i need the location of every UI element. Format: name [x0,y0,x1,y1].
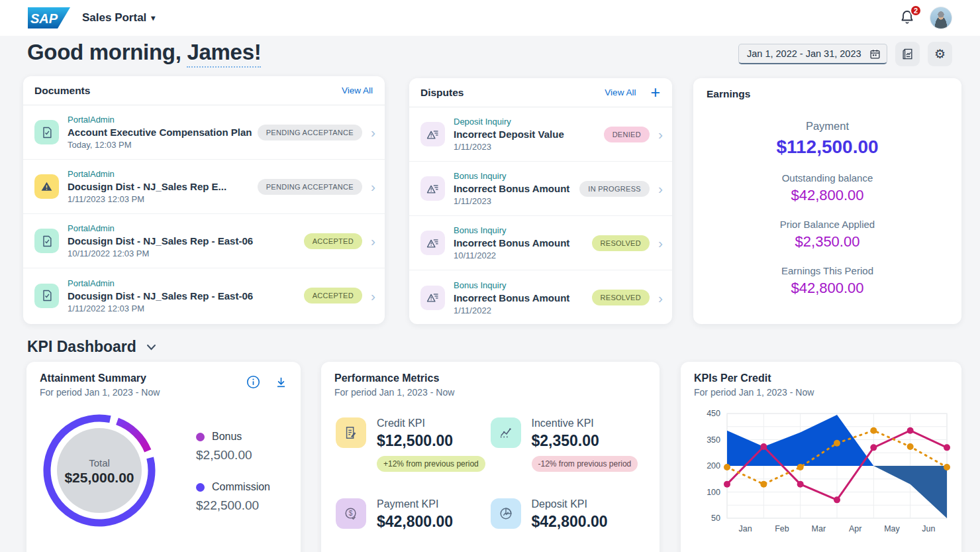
chevron-right-icon: › [371,125,375,139]
document-name: Docusign Dist - NJ_Sales Rep - East-06 [68,235,253,247]
dispute-row[interactable]: Bonus Inquiry Incorrect Bonus Amount 1/1… [409,162,672,216]
bonus-legend-dot-icon [196,433,205,441]
notifications-button[interactable]: 2 [899,9,916,27]
sap-logo-icon: SAP [28,7,70,28]
document-row[interactable]: PortalAdmin Account Executive Compensati… [23,105,385,160]
dollar-circle-icon: $ [336,498,366,529]
kpi-tile-payment: $ Payment KPI $42,800.00 [336,498,491,531]
legend-label: Bonus [212,431,242,443]
chevron-right-icon: › [371,289,375,303]
payment-value: $112,500.00 [776,137,878,158]
svg-text:350: 350 [707,435,720,445]
app-switcher-dropdown[interactable]: Sales Portal ▾ [82,11,155,25]
earnings-card: Earnings Payment $112,500.00 Outstanding… [693,78,961,324]
status-badge: ACCEPTED [304,233,362,249]
donut-total-value: $25,000.00 [64,470,134,485]
collapse-chevron-icon[interactable] [146,344,156,351]
status-badge: RESOLVED [592,290,650,305]
status-badge: IN PROGRESS [579,181,650,197]
dispute-warning-list-icon [420,122,445,146]
kpi-tile-deposit: Deposit KPI $42,800.00 [491,498,646,531]
documents-card: Documents View All PortalAdmin Account E… [23,76,385,324]
status-badge: DENIED [604,127,650,142]
dispute-row[interactable]: Bonus Inquiry Incorrect Bonus Amount 10/… [409,216,672,270]
payment-label: Payment [806,120,849,133]
performance-metrics-card: Performance Metrics For period Jan 1, 20… [321,362,660,552]
settings-button[interactable]: ⚙ [928,42,952,66]
dispute-category: Bonus Inquiry [454,225,569,235]
dispute-row[interactable]: Bonus Inquiry Incorrect Bonus Amount 1/1… [409,270,672,325]
dispute-warning-list-icon [420,176,445,201]
svg-text:50: 50 [711,514,720,523]
dispute-name: Incorrect Bonus Amount [454,183,569,194]
kpi-label: Payment KPI [377,498,453,510]
disputes-card: Disputes View All + Deposit Inquiry Inco… [409,78,672,324]
kpi-label: Deposit KPI [532,498,608,510]
dispute-name: Incorrect Deposit Value [454,129,564,140]
svg-text:Mar: Mar [812,524,826,533]
chevron-right-icon: › [658,182,663,195]
document-row[interactable]: PortalAdmin Docusign Dist - NJ_Sales Rep… [23,160,385,214]
svg-text:100: 100 [707,488,720,497]
reports-button[interactable] [895,42,920,66]
attainment-summary-card: Attainment Summary For period Jan 1, 202… [26,362,301,552]
download-icon[interactable] [275,376,287,389]
kpis-credit-card-title: KPIs Per Credit [694,372,814,384]
app-title: Sales Portal [82,11,146,25]
kpi-tile-incentive: Incentive KPI $2,350.00 -12% from previo… [491,417,646,472]
performance-card-period: For period Jan 1, 2023 - Now [334,387,454,398]
dispute-name: Incorrect Bonus Amount [454,237,569,248]
document-time: 1/11/2022 12:03 PM [68,304,253,313]
document-author: PortalAdmin [68,115,252,125]
warning-icon [34,174,59,199]
status-badge: PENDING ACCEPTANCE [258,125,362,140]
date-range-value: Jan 1, 2022 - Jan 31, 2023 [747,48,869,59]
metric-label: Earnings This Period [781,265,873,276]
document-row[interactable]: PortalAdmin Docusign Dist - NJ_Sales Rep… [23,268,385,323]
metric-label: Prior Balance Applied [780,219,875,230]
dispute-category: Bonus Inquiry [454,171,569,181]
document-check-icon [34,229,59,253]
svg-text:Apr: Apr [849,524,861,533]
dispute-category: Bonus Inquiry [454,280,569,290]
kpis-per-credit-chart: 45035020010050JanFebMarAprMayJun [689,407,954,546]
document-check-icon [34,284,59,308]
document-time: 10/11/2022 12:03 PM [68,248,253,258]
metric-value: $2,350.00 [780,233,875,250]
dispute-date: 1/11/2023 [454,196,569,206]
metric-value: $42,800.00 [782,187,873,204]
attainment-donut-chart: Total $25,000.00 [41,412,158,529]
document-author: PortalAdmin [68,223,253,233]
add-dispute-button[interactable]: + [650,84,660,101]
info-icon[interactable] [246,375,260,389]
disputes-view-all-link[interactable]: View All [605,87,636,97]
chevron-right-icon: › [658,127,663,141]
document-name: Docusign Dist - NJ_Sales Rep - East-06 [68,290,253,302]
attainment-card-title: Attainment Summary [40,372,160,384]
status-badge: RESOLVED [592,235,650,251]
status-badge: ACCEPTED [304,288,362,304]
svg-text:May: May [884,524,900,533]
legend-value: $2,500.00 [196,448,270,463]
kpi-dashboard-heading: KPI Dashboard [27,338,156,356]
document-row[interactable]: PortalAdmin Docusign Dist - NJ_Sales Rep… [23,214,385,268]
user-avatar[interactable] [930,7,952,29]
kpi-value: $12,500.00 [377,432,485,450]
kpi-change-badge: -12% from previous period [532,456,638,472]
legend-item-bonus: Bonus $2,500.00 [196,431,270,463]
top-navigation-bar: SAP Sales Portal ▾ 2 [0,0,980,36]
documents-view-all-link[interactable]: View All [342,85,373,95]
trend-chart-icon [491,417,521,448]
attainment-card-period: For period Jan 1, 2023 - Now [40,387,160,398]
credit-document-icon [336,417,366,448]
status-badge: PENDING ACCEPTANCE [258,179,362,195]
dispute-row[interactable]: Deposit Inquiry Incorrect Deposit Value … [409,107,672,162]
chevron-right-icon: › [371,234,375,248]
svg-text:Jun: Jun [922,524,935,533]
donut-legend: Bonus $2,500.00 Commission $22,500.00 [196,431,270,513]
kpi-change-badge: +12% from previous period [377,456,485,472]
metric-label: Outstanding balance [782,172,873,184]
date-range-picker[interactable]: Jan 1, 2022 - Jan 31, 2023 [738,44,887,64]
dispute-date: 1/11/2022 [454,305,569,315]
commission-legend-dot-icon [196,483,205,492]
